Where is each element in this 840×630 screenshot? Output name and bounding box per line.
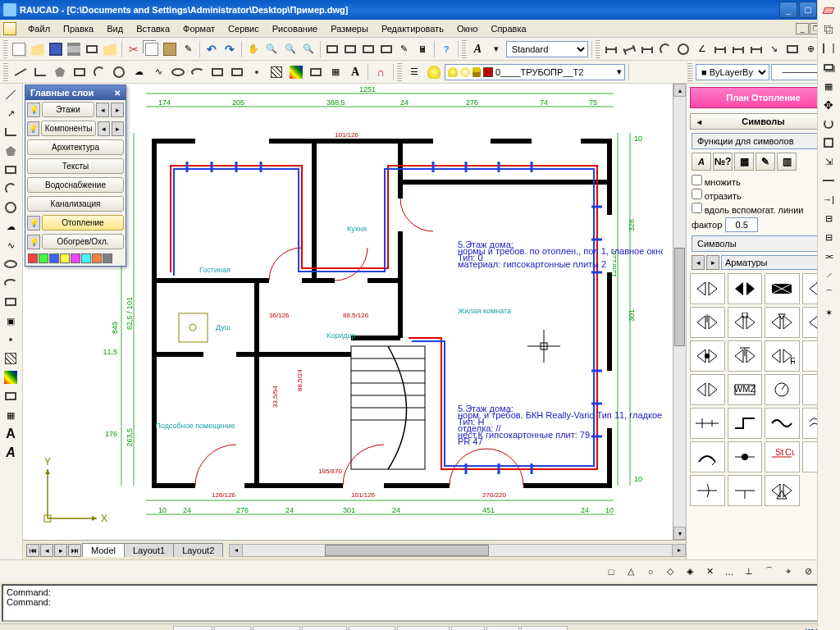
paste-button[interactable]	[162, 40, 178, 58]
factor-input[interactable]	[725, 217, 758, 232]
draw-gradient-button[interactable]	[287, 63, 305, 81]
table-tool[interactable]: ▦	[2, 406, 20, 424]
draw-pline-button[interactable]	[31, 63, 49, 81]
symbol-valve-9[interactable]	[690, 340, 725, 372]
layer-water-button[interactable]: Водоснабжение	[27, 177, 124, 193]
draw-mtext-button[interactable]: A	[346, 63, 364, 81]
draw-ellipse-button[interactable]	[169, 63, 187, 81]
polygon-tool[interactable]	[2, 142, 20, 160]
help-icon[interactable]: №?	[713, 153, 733, 171]
preview-button[interactable]	[84, 40, 100, 58]
symbol-valve-6[interactable]	[728, 307, 763, 338]
tool-palettes-button[interactable]	[360, 40, 377, 58]
cut-button[interactable]: ✂	[126, 40, 142, 58]
mtext-tool[interactable]: A	[2, 425, 20, 443]
color-swatch[interactable]	[71, 253, 80, 263]
tab-last-icon[interactable]: ⏭	[68, 544, 81, 557]
zoom-win-button[interactable]: 🔍	[281, 40, 298, 58]
dim-tolerance-button[interactable]	[784, 40, 801, 58]
symbol-step[interactable]	[728, 408, 763, 439]
menu-dimensions[interactable]: Размеры	[324, 21, 375, 36]
tab-next-icon[interactable]: ▸	[54, 544, 67, 557]
color-swatch[interactable]	[103, 253, 112, 263]
copy-object-button[interactable]: ⿻	[819, 21, 838, 39]
toolbar-grip[interactable]	[397, 63, 402, 81]
layer-manager-button[interactable]: ☰	[405, 63, 423, 81]
symbol-arrow-curve[interactable]	[690, 441, 725, 472]
match-button[interactable]: ✎	[180, 40, 196, 58]
symbol-valve-1[interactable]	[690, 273, 725, 304]
snap-tan-button[interactable]: ⌒	[760, 563, 778, 581]
scroll-thumb[interactable]	[674, 248, 685, 346]
snap-intersection-button[interactable]: ✕	[701, 563, 719, 581]
rotate-button[interactable]	[819, 115, 838, 133]
drawing-canvas[interactable]: 1251 174 205 388,5 24 276 74 75 10 24 84…	[23, 84, 673, 540]
gradient-tool[interactable]	[2, 368, 20, 386]
lwt-toggle[interactable]: LWT	[486, 626, 519, 631]
break-button[interactable]: ⊟	[819, 228, 838, 246]
construction-line-tool[interactable]: ↗	[2, 104, 20, 122]
quickcalc-button[interactable]: 🖩	[414, 40, 431, 58]
color-swatch[interactable]	[92, 253, 102, 263]
menu-draw[interactable]: Рисование	[266, 21, 324, 36]
fillet-button[interactable]: ⌒	[819, 285, 838, 303]
menu-help[interactable]: Справка	[484, 21, 532, 36]
snap-quadrant-button[interactable]: ◈	[681, 563, 699, 581]
model-toggle[interactable]: MODEL	[521, 626, 568, 631]
revision-cloud-tool[interactable]: ☁	[2, 217, 20, 235]
draw-arc-button[interactable]	[90, 63, 108, 81]
point-tool[interactable]	[2, 331, 20, 349]
draw-point-button[interactable]	[248, 63, 266, 81]
tab-layout2[interactable]: Layout2	[173, 543, 223, 557]
symbol-gauge[interactable]	[765, 374, 800, 405]
vertical-scrollbar[interactable]: ▴ ▾	[673, 84, 686, 540]
dyn-toggle[interactable]: DYN	[451, 626, 485, 631]
symbol-st-cu[interactable]: StCu	[765, 441, 800, 472]
toolbar-grip[interactable]	[462, 40, 466, 58]
symbols-select[interactable]: Символы	[692, 235, 835, 252]
toolbar-grip[interactable]	[3, 63, 8, 81]
mdi-minimize-button[interactable]: _	[796, 23, 809, 34]
snap-none-button[interactable]: ⊘	[799, 563, 817, 581]
snap-node-button[interactable]: ◇	[661, 563, 679, 581]
symbol-valve-7[interactable]	[765, 307, 800, 338]
insert-block-button[interactable]	[208, 63, 226, 81]
snap-midpoint-button[interactable]: △	[622, 563, 640, 581]
dim-angular-button[interactable]: ∠	[693, 40, 710, 58]
toolbar-grip[interactable]	[596, 40, 600, 58]
text-style-dropdown-icon[interactable]: ▾	[488, 40, 504, 58]
layer-hvac-button[interactable]: Обогрев/Охл.	[42, 234, 124, 249]
symbol-valve-11[interactable]: Rp	[765, 340, 800, 372]
arc-tool[interactable]	[2, 180, 20, 198]
symbol-meter-wmz[interactable]: WMZ	[728, 374, 763, 405]
markup-button[interactable]: ✎	[396, 40, 413, 58]
draw-table-button[interactable]: ▦	[326, 63, 345, 81]
layer-bulb-icon[interactable]: 💡	[27, 235, 40, 249]
draw-polygon-button[interactable]	[51, 63, 69, 81]
explode-button[interactable]: ✶	[819, 304, 838, 322]
color-swatch[interactable]	[39, 253, 48, 263]
nav-prev-icon[interactable]: ◂	[693, 117, 705, 126]
tab-first-icon[interactable]: ⏮	[26, 544, 39, 557]
snap-extension-button[interactable]: …	[720, 563, 738, 581]
otrack-toggle[interactable]: OTRACK	[397, 626, 450, 631]
layer-sewage-button[interactable]: Канализация	[27, 196, 124, 212]
spline-tool[interactable]: ∿	[2, 236, 20, 254]
layer-next-icon[interactable]: ▸	[112, 121, 124, 136]
symbol-reducer[interactable]	[690, 408, 725, 439]
draw-ellipse-arc-button[interactable]	[189, 63, 207, 81]
grid-icon[interactable]: ▦	[734, 153, 754, 171]
symbol-functions-select[interactable]: Функции для символов	[692, 133, 835, 149]
along-guide-checkbox[interactable]: вдоль вспомогат. линии	[692, 202, 835, 216]
symbol-crossing[interactable]	[690, 475, 725, 506]
layer-filter-button[interactable]	[425, 63, 443, 81]
properties-button[interactable]	[324, 40, 340, 58]
snap-nearest-button[interactable]: ⌖	[779, 563, 797, 581]
draw-rect-button[interactable]	[71, 63, 89, 81]
color-swatch[interactable]	[60, 253, 70, 263]
ortho-toggle[interactable]: ORTHO	[253, 626, 300, 631]
dim-leader-button[interactable]: ↘	[766, 40, 783, 58]
osnap-magnet-button[interactable]: ∩	[372, 63, 390, 81]
zoom-prev-button[interactable]: 🔍	[300, 40, 317, 58]
menu-service[interactable]: Сервис	[221, 21, 266, 36]
